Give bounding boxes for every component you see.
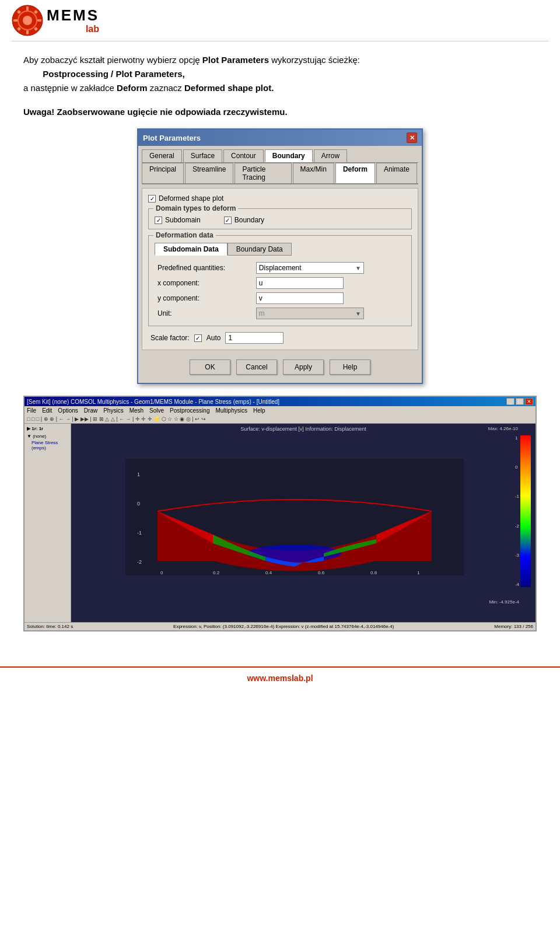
menu-mesh[interactable]: Mesh bbox=[130, 407, 144, 414]
menu-draw[interactable]: Draw bbox=[84, 407, 97, 414]
deformation-data-group: Deformation data Subdomain Data Boundary… bbox=[148, 235, 412, 326]
deform-plot-container: 1 0 -1 -2 0 0.2 0.4 0.6 0.8 1 bbox=[89, 453, 501, 581]
plot-label: Surface: v-displacement [v] Information:… bbox=[240, 426, 366, 432]
domain-types-group: Domain types to deform ✓ Subdomain ✓ Bou… bbox=[148, 208, 412, 229]
deformed-shape-checkbox[interactable]: ✓ bbox=[148, 195, 156, 203]
subtab-boundary-data[interactable]: Boundary Data bbox=[228, 243, 292, 256]
domain-types-label: Domain types to deform bbox=[153, 204, 238, 212]
plot-parameters-dialog: Plot Parameters ✕ General Surface Contou… bbox=[137, 128, 423, 384]
ok-button[interactable]: OK bbox=[190, 359, 230, 375]
deformation-data-label: Deformation data bbox=[153, 231, 216, 239]
close-button[interactable]: ✕ bbox=[407, 132, 417, 143]
max-label: Max: 4.26e-10 bbox=[488, 426, 518, 431]
deformed-shape-label: Deformed shape plot bbox=[159, 194, 223, 203]
logo-mems-text: MEMS bbox=[47, 7, 99, 24]
tab-streamline[interactable]: Streamline bbox=[185, 163, 233, 183]
footer-url[interactable]: www.memslab.pl bbox=[247, 673, 313, 683]
scale-value-input[interactable] bbox=[225, 332, 284, 344]
subdomain-checkbox[interactable]: ✓ bbox=[155, 217, 162, 224]
help-button[interactable]: Help bbox=[330, 359, 370, 375]
svg-rect-4 bbox=[26, 30, 29, 34]
dialog-title: Plot Parameters bbox=[143, 134, 201, 142]
svg-text:0: 0 bbox=[137, 501, 140, 507]
tab-animate[interactable]: Animate bbox=[376, 163, 417, 183]
menu-file[interactable]: File bbox=[27, 407, 36, 414]
menu-physics[interactable]: Physics bbox=[103, 407, 123, 414]
subtab-subdomain-data[interactable]: Subdomain Data bbox=[155, 243, 228, 256]
status-left: Solution: time: 0.142 s bbox=[27, 624, 73, 629]
app-content: ▶ 1r: 1r ▼ (none) Plane Stress (emps) Su… bbox=[24, 424, 536, 622]
footer: www.memslab.pl bbox=[0, 666, 560, 689]
minimize-button[interactable]: _ bbox=[506, 398, 514, 405]
svg-rect-3 bbox=[26, 6, 29, 11]
intro-paragraph: Aby zobaczyć kształt pierwotny wybierz o… bbox=[23, 53, 537, 95]
app-statusbar: Solution: time: 0.142 s Expression: v, P… bbox=[24, 622, 536, 630]
scale-auto-checkbox[interactable]: ✓ bbox=[194, 334, 202, 342]
dialog-buttons: OK Cancel Apply Help bbox=[142, 355, 418, 379]
app-close-button[interactable]: ✕ bbox=[525, 398, 533, 405]
menu-help[interactable]: Help bbox=[253, 407, 265, 414]
tab-row-bottom: Principal Streamline Particle Tracing Ma… bbox=[142, 163, 418, 184]
min-label: Min: -4.925e-4 bbox=[489, 599, 519, 605]
status-right: Memory: 133 / 256 bbox=[494, 624, 533, 629]
predefined-row: Predefined quantities: Displacement ▼ bbox=[155, 260, 405, 275]
tab-surface[interactable]: Surface bbox=[183, 149, 222, 162]
warning-text: Uwaga! Zaobserwowane ugięcie nie odpowia… bbox=[23, 107, 537, 117]
svg-rect-6 bbox=[37, 19, 41, 22]
deform-panel: ✓ Deformed shape plot Domain types to de… bbox=[142, 188, 418, 350]
svg-text:0.6: 0.6 bbox=[318, 570, 325, 575]
menu-multiphysics[interactable]: Multiphysics bbox=[215, 407, 247, 414]
scale-factor-label: Scale factor: bbox=[150, 334, 190, 342]
select-arrow-icon: ▼ bbox=[355, 265, 361, 271]
app-toolbar: □ □ □ | ⊕ ⊕ | ← → | ▶ ▶▶ | ⊞ ⊠ △ △ | ← →… bbox=[24, 415, 536, 424]
svg-text:0.4: 0.4 bbox=[265, 570, 272, 575]
scale-auto-label: Auto bbox=[206, 334, 221, 342]
colorbar bbox=[520, 435, 531, 587]
dialog-titlebar: Plot Parameters ✕ bbox=[138, 130, 422, 146]
mems-logo-icon bbox=[12, 5, 43, 36]
unit-select[interactable]: m ▼ bbox=[256, 308, 364, 319]
tab-general[interactable]: General bbox=[142, 149, 182, 162]
tab-principal[interactable]: Principal bbox=[142, 163, 184, 183]
logo-lab-text: lab bbox=[47, 24, 99, 34]
tab-maxmin[interactable]: Max/Min bbox=[293, 163, 334, 183]
y-component-row: y component: bbox=[155, 291, 405, 306]
boundary-checkbox[interactable]: ✓ bbox=[224, 217, 232, 224]
tab-arrow[interactable]: Arrow bbox=[314, 149, 347, 162]
app-screenshot: [Sem Kit] (none) COMSOL Multiphysics - G… bbox=[23, 396, 537, 631]
maximize-button[interactable]: □ bbox=[516, 398, 524, 405]
menu-postprocessing[interactable]: Postprocessing bbox=[170, 407, 209, 414]
predefined-select[interactable]: Displacement ▼ bbox=[256, 262, 364, 274]
x-component-input[interactable] bbox=[256, 277, 344, 289]
colorbar-labels: 1 0 -1 -2 -3 -4 bbox=[515, 435, 519, 587]
deform-plot-svg: 1 0 -1 -2 0 0.2 0.4 0.6 0.8 1 bbox=[125, 459, 464, 575]
svg-text:1: 1 bbox=[137, 472, 140, 477]
svg-text:0: 0 bbox=[160, 570, 163, 575]
dialog-body: General Surface Contour Boundary Arrow P… bbox=[138, 146, 422, 383]
sidebar-plane-stress[interactable]: Plane Stress (emps) bbox=[27, 440, 68, 451]
tab-particle-tracing[interactable]: Particle Tracing bbox=[235, 163, 291, 183]
svg-text:-1: -1 bbox=[137, 530, 142, 536]
menu-edit[interactable]: Edit bbox=[42, 407, 52, 414]
menu-solve[interactable]: Solve bbox=[149, 407, 164, 414]
toolbar-icons: □ □ □ | ⊕ ⊕ | ← → | ▶ ▶▶ | ⊞ ⊠ △ △ | ← →… bbox=[27, 416, 206, 422]
apply-button[interactable]: Apply bbox=[283, 359, 324, 375]
y-component-label: y component: bbox=[155, 291, 253, 306]
tab-contour[interactable]: Contour bbox=[223, 149, 264, 162]
tab-boundary[interactable]: Boundary bbox=[265, 149, 313, 162]
app-titlebar: [Sem Kit] (none) COMSOL Multiphysics - G… bbox=[24, 397, 536, 406]
svg-point-2 bbox=[23, 16, 32, 25]
sidebar-title: ▶ 1r: 1r bbox=[27, 426, 68, 431]
dialog-container: Plot Parameters ✕ General Surface Contou… bbox=[23, 128, 537, 384]
tab-deform[interactable]: Deform bbox=[335, 163, 375, 183]
svg-text:0.2: 0.2 bbox=[213, 570, 220, 575]
sidebar-tree-root[interactable]: ▼ (none) bbox=[27, 434, 68, 439]
menu-options[interactable]: Options bbox=[58, 407, 78, 414]
unit-row: Unit: m ▼ bbox=[155, 306, 405, 321]
app-menubar: File Edit Options Draw Physics Mesh Solv… bbox=[24, 406, 536, 415]
svg-text:1: 1 bbox=[417, 570, 420, 575]
app-title-text: [Sem Kit] (none) COMSOL Multiphysics - G… bbox=[27, 399, 279, 405]
cancel-button[interactable]: Cancel bbox=[236, 359, 277, 375]
y-component-input[interactable] bbox=[256, 292, 344, 304]
app-plot-area: Surface: v-displacement [v] Information:… bbox=[71, 424, 536, 622]
